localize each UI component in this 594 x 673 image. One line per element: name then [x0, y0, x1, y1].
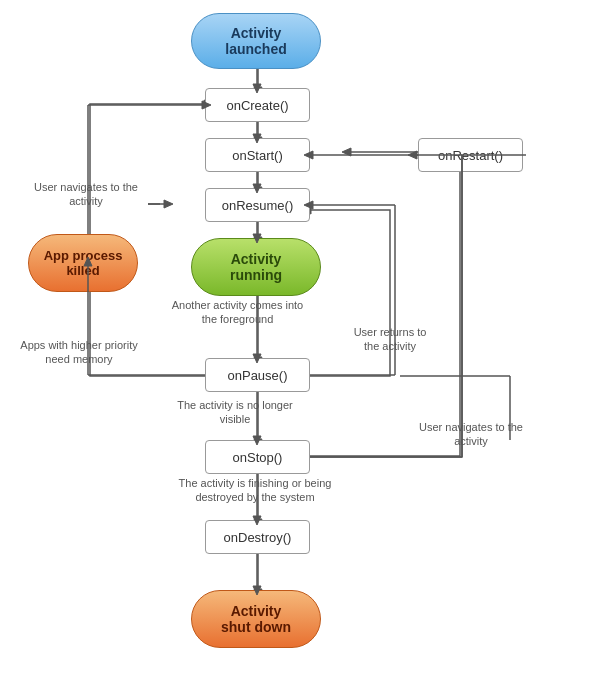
activity-no-longer-visible-label: The activity is no longer visible	[170, 398, 300, 427]
on-create-node: onCreate()	[205, 88, 310, 122]
on-destroy-node: onDestroy()	[205, 520, 310, 554]
app-process-killed-node: App process killed	[28, 234, 138, 292]
on-stop-label: onStop()	[233, 450, 283, 465]
on-start-label: onStart()	[232, 148, 283, 163]
on-restart-label: onRestart()	[438, 148, 503, 163]
activity-running-label: Activity running	[230, 251, 282, 283]
user-navigates-top-label: User navigates to the activity	[26, 180, 146, 209]
on-pause-label: onPause()	[228, 368, 288, 383]
svg-marker-21	[164, 200, 173, 208]
activity-launched-node: Activity launched	[191, 13, 321, 69]
another-activity-foreground-label: Another activity comes into the foregrou…	[165, 298, 310, 327]
on-start-node: onStart()	[205, 138, 310, 172]
activity-shut-down-node: Activity shut down	[191, 590, 321, 648]
activity-shut-down-label: Activity shut down	[221, 603, 291, 635]
activity-finishing-label: The activity is finishing or being destr…	[155, 476, 355, 505]
user-returns-label: User returns to the activity	[345, 325, 435, 354]
on-stop-node: onStop()	[205, 440, 310, 474]
on-create-label: onCreate()	[226, 98, 288, 113]
app-process-killed-label: App process killed	[44, 248, 123, 278]
activity-running-node: Activity running	[191, 238, 321, 296]
on-destroy-label: onDestroy()	[224, 530, 292, 545]
on-restart-node: onRestart()	[418, 138, 523, 172]
svg-marker-16	[342, 148, 351, 156]
apps-higher-priority-label: Apps with higher priority need memory	[14, 338, 144, 367]
svg-marker-43	[408, 151, 417, 159]
on-pause-node: onPause()	[205, 358, 310, 392]
lifecycle-diagram: Activity launched onCreate() onStart() o…	[0, 0, 594, 673]
on-resume-node: onResume()	[205, 188, 310, 222]
activity-launched-label: Activity launched	[225, 25, 286, 57]
user-navigates-right-label: User navigates to the activity	[416, 420, 526, 449]
on-resume-label: onResume()	[222, 198, 294, 213]
